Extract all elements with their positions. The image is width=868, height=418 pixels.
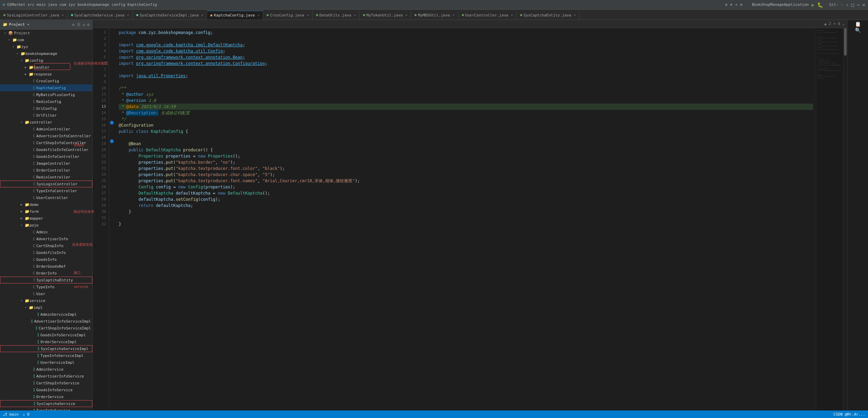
tree-userimpl[interactable]: I UserServiceImpl [0,359,92,366]
tree-admin[interactable]: C Admin [0,229,92,235]
tree-uriconfig[interactable]: C UriConfig [0,105,92,112]
tab-syscaptchaentity[interactable]: SysCaptchaEntity.java × [517,11,580,20]
tree-orderimpl[interactable]: I OrderServiceImpl [0,338,92,345]
tab-close-userctrl[interactable]: × [511,13,513,17]
scrollbar-thumb[interactable] [844,28,847,56]
indent-icon[interactable]: ⇥ [735,2,738,7]
tab-usercontroller[interactable]: UserController.java × [458,11,517,20]
tree-com[interactable]: ▾ 📁 com [0,36,92,43]
tree-rediscontroller[interactable]: C RedisController [0,174,92,181]
tree-adminserviceimpl[interactable]: I AdminServiceImpl [0,311,92,318]
tree-advertiserinfo[interactable]: C AdvertiserInfo [0,235,92,242]
tree-label-orderinfo: OrderInfo [36,271,57,276]
tree-goodsinfocontroller[interactable]: C GoodsInfoController [0,153,92,160]
tree-impl-folder[interactable]: ▾ 📁 impl [0,304,92,311]
tree-orderservice[interactable]: I OrderService [0,393,92,400]
comment-author-val: zyz [143,91,153,97]
tab-close-kaptcha[interactable]: × [258,14,259,17]
tab-close-impl[interactable]: × [201,13,203,17]
import-kaptcha[interactable]: com.google.code.kaptcha.impl.DefaultKapt… [136,42,243,48]
tree-ordercontroller[interactable]: C OrderController [0,167,92,174]
code-line-4: import com.google.code.kaptcha.util.Conf… [119,48,813,54]
tree-syslogincontroller[interactable]: C SysLoginController [0,181,92,187]
tab-close-cros[interactable]: × [307,13,308,17]
sidebar-refresh-icon[interactable]: ↺ [83,22,85,27]
sidebar-list-icon[interactable]: ☰ [77,22,81,27]
tree-project[interactable]: ▾ 📦 Project [0,30,92,36]
tab-crosconfig[interactable]: CrosConfig.java × [263,11,313,20]
import-config[interactable]: com.google.code.kaptcha.util.Config [136,48,223,54]
tree-cartservice[interactable]: I CartShopInfoService [0,380,92,386]
tree-advertisercontroller[interactable]: C AdvertiserInfoController [0,132,92,139]
tree-mapper[interactable]: ▶ 📁 mapper [0,215,92,222]
tab-syscaptchaservice[interactable]: SysCaptchaService.java × [68,11,133,20]
close-icon[interactable]: × [863,2,865,8]
tree-pojo[interactable]: ▾ 📁 pojo [0,222,92,229]
brace-17: { [186,128,188,135]
maximize-icon[interactable]: □ [851,2,854,8]
tree-typeinfoservice[interactable]: I TypeInfoService [0,407,92,410]
run-icon[interactable]: ▶ [812,2,814,8]
tree-ordergoodsref[interactable]: C OrderGoodsRef [0,263,92,270]
editor-scrollbar[interactable] [843,28,847,410]
tree-user-pojo[interactable]: C User [0,290,92,297]
tree-admincontroller[interactable]: C AdminController [0,126,92,132]
tree-syscaptchaentity[interactable]: C SysCaptchaEntity [0,277,92,283]
tab-dateutils[interactable]: DateUtils.java × [313,11,360,20]
tree-advertiserservice[interactable]: I AdvertiserInfoService [0,373,92,380]
right-icon-2[interactable]: 🔍 [849,27,867,33]
gear-icon[interactable]: ⚙ [740,2,742,7]
import-configuration[interactable]: org.springframework.context.annotation.C… [136,60,265,67]
tree-typeinfocontroller[interactable]: C TypeInfoController [0,187,92,194]
tree-crosconfig[interactable]: C CrosConfig [0,78,92,84]
tree-goodsinfo-pojo[interactable]: C GoodsInfo [0,256,92,263]
tree-kaptchaconfig[interactable]: C KaptchaConfig [0,84,92,91]
tree-syscaptchaimpl[interactable]: I SysCaptchaServiceImpl [0,345,92,352]
tree-service[interactable]: ▾ 📁 service [0,297,92,304]
tree-response[interactable]: ▶ 📁 response [0,71,92,78]
right-icon-1[interactable]: 📋 [849,21,867,27]
tab-mymd5util[interactable]: MyMD5Util.java × [411,11,458,20]
tree-goodsinfoservice[interactable]: I GoodsInfoService [0,386,92,393]
tree-adminservice[interactable]: I AdminService [0,366,92,373]
tree-usercontroller[interactable]: C UserController [0,194,92,201]
tree-imagecontroller[interactable]: C ImageController [0,160,92,167]
tree-redisconfig[interactable]: C RedisConfig [0,98,92,105]
tree-controller[interactable]: ▾ 📁 controller [0,119,92,126]
semi-23: ); [280,165,285,172]
tab-close-token[interactable]: × [406,13,407,17]
tree-bookshopmanage[interactable]: ▾ 📁 bookshopmanage [0,50,92,57]
tab-close-syscaptchaservice[interactable]: × [127,13,129,17]
tree-goodsinfoimpl[interactable]: I GoodsInfoServiceImpl [0,332,92,338]
line-4: 4 [93,48,109,54]
sidebar-gear-icon[interactable]: ⚙ [87,22,90,27]
code-content[interactable]: package com.zyz.bookshopmanage.config ; … [116,28,816,410]
tree-typeimpl[interactable]: I TypeInfoServiceImpl [0,352,92,359]
tree-mybatisplusconfig[interactable]: C MyBatisPlusConfig [0,91,92,98]
tab-kaptchaconfig[interactable]: KaptchaConfig.java × [207,11,263,20]
tree-goodsfileinfo[interactable]: C GoodsfileInfo [0,249,92,256]
code-line-10: /** [119,85,813,91]
tree-urlfilter[interactable]: C UrlFilter [0,112,92,119]
tree-advertiserimpl[interactable]: I AdvertiserInfoServiceImpl [0,318,92,325]
tree-zyz[interactable]: ▾ 📁 zyz [0,43,92,50]
tree-syscaptchaservice[interactable]: I SysCaptchaService [0,400,92,407]
tab-close-md5[interactable]: × [453,13,454,17]
settings-icon[interactable]: ⚙ [725,2,727,7]
tree-demo[interactable]: ▶ 📁 demo [0,201,92,208]
list-icon[interactable]: ≡ [730,2,732,7]
tree-label-redisctrl: RedisController [36,175,70,179]
debug-icon[interactable]: 🐛 [817,2,823,8]
sidebar-settings-icon[interactable]: ⚙ [72,22,74,27]
import-bean[interactable]: org.springframework.context.annotation.B… [136,54,243,60]
tab-close-entity[interactable]: × [574,13,576,17]
tab-mytokenutil[interactable]: MyTokenUtil.java × [360,11,411,20]
tab-syslogincontroller[interactable]: SysLoginController.java × [0,11,68,20]
minimize-icon[interactable]: − [857,2,859,8]
import-properties[interactable]: java.util.Properties [136,73,186,79]
kw-import-5: import [119,54,136,60]
tab-close-syslogin[interactable]: × [62,13,63,17]
tab-syscaptchaserviceimpl[interactable]: SysCaptchaServiceImpl.java × [133,11,207,20]
tab-close-dateutils[interactable]: × [354,13,356,17]
tree-cartimpl[interactable]: I CartShopInfoServiceImpl [0,325,92,332]
